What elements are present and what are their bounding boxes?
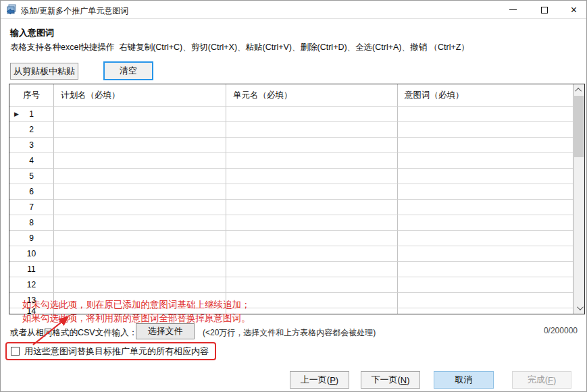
intent-word-cell[interactable] <box>398 169 573 184</box>
row-number-cell[interactable]: 6 <box>9 184 54 200</box>
title-bar: 添加/更新多个推广单元意图词 × <box>1 1 586 19</box>
maximize-button[interactable] <box>529 1 559 19</box>
table-row: 3 <box>9 138 573 153</box>
close-button[interactable]: × <box>559 1 587 19</box>
plan-name-cell[interactable] <box>54 231 226 246</box>
csv-limit-note: (<20万行，选择文件和上方表格内容都会被处理) <box>203 327 376 339</box>
unit-name-cell[interactable] <box>226 308 398 314</box>
unit-name-cell[interactable] <box>226 293 398 308</box>
row-number-cell[interactable]: 5 <box>9 169 54 184</box>
plan-name-cell[interactable] <box>54 200 226 215</box>
intent-word-cell[interactable] <box>398 262 573 277</box>
row-number-cell[interactable]: ▶1 <box>9 107 54 122</box>
table-row: 5 <box>9 169 573 184</box>
row-number-cell[interactable]: 11 <box>9 262 54 277</box>
table-row: 4 <box>9 153 573 169</box>
unit-name-cell[interactable] <box>226 215 398 231</box>
row-number-cell[interactable]: 7 <box>9 200 54 215</box>
unit-name-cell[interactable] <box>226 262 398 277</box>
unit-name-cell[interactable] <box>226 153 398 169</box>
table-row: 2 <box>9 122 573 138</box>
plan-name-cell[interactable] <box>54 138 226 153</box>
cancel-button[interactable]: 取消 <box>434 371 494 389</box>
plan-name-cell[interactable] <box>54 153 226 169</box>
table-row: 9 <box>9 231 573 246</box>
row-number-cell[interactable]: 10 <box>9 246 54 262</box>
paste-from-clipboard-button[interactable]: 从剪贴板中粘贴 <box>10 63 78 80</box>
plan-name-cell[interactable] <box>54 215 226 231</box>
intent-word-cell[interactable] <box>398 246 573 262</box>
unit-name-cell[interactable] <box>226 122 398 138</box>
clear-button[interactable]: 清空 <box>103 61 153 80</box>
plan-name-cell[interactable] <box>54 246 226 262</box>
next-page-button[interactable]: 下一页(N) <box>361 371 420 389</box>
header-plan-name: 计划名（必填） <box>54 84 226 107</box>
header-intent-word: 意图词（必填） <box>398 84 573 107</box>
unit-name-cell[interactable] <box>226 184 398 200</box>
plan-name-cell[interactable] <box>54 277 226 293</box>
table-row: 10 <box>9 246 573 262</box>
unit-name-cell[interactable] <box>226 169 398 184</box>
unit-name-cell[interactable] <box>226 231 398 246</box>
scroll-down-button[interactable] <box>573 302 584 314</box>
plan-name-cell[interactable] <box>54 122 226 138</box>
unit-name-cell[interactable] <box>226 277 398 293</box>
intent-word-cell[interactable] <box>398 215 573 231</box>
window-title: 添加/更新多个推广单元意图词 <box>21 5 128 17</box>
maximize-icon <box>541 7 548 13</box>
table-row: 8 <box>9 215 573 231</box>
plan-name-cell[interactable] <box>54 169 226 184</box>
intent-word-cell[interactable] <box>398 122 573 138</box>
section-title: 输入意图词 <box>10 27 54 39</box>
row-number-cell[interactable]: 4 <box>9 153 54 169</box>
replace-checkbox[interactable] <box>11 347 20 356</box>
app-icon <box>6 4 17 15</box>
table-row: 6 <box>9 184 573 200</box>
intent-word-cell[interactable] <box>398 138 573 153</box>
unit-name-cell[interactable] <box>226 200 398 215</box>
finish-button[interactable]: 完成(F) <box>512 371 571 389</box>
intent-word-cell[interactable] <box>398 200 573 215</box>
shortcut-hint-text: 表格支持各种excel快捷操作 右键复制(Ctrl+C)、剪切(Ctrl+X)、… <box>10 42 469 53</box>
row-counter: 0/200000 <box>544 326 578 335</box>
header-unit-name: 单元名（必填） <box>226 84 398 107</box>
chevron-up-icon <box>575 88 582 94</box>
table-row: 12 <box>9 277 573 293</box>
header-row-number: 序号 <box>9 84 54 107</box>
plan-name-cell[interactable] <box>54 184 226 200</box>
row-number-cell[interactable]: 3 <box>9 138 54 153</box>
intent-word-cell[interactable] <box>398 308 573 314</box>
choose-file-button[interactable]: 选择文件 <box>136 323 195 339</box>
intent-word-cell[interactable] <box>398 231 573 246</box>
intent-word-cell[interactable] <box>398 293 573 308</box>
table-row: ▶1 <box>9 107 573 122</box>
table-header-row: 序号 计划名（必填） 单元名（必填） 意图词（必填） <box>9 84 573 107</box>
plan-name-cell[interactable] <box>54 107 226 122</box>
row-number-cell[interactable]: 8 <box>9 215 54 231</box>
intent-word-cell[interactable] <box>398 153 573 169</box>
unit-name-cell[interactable] <box>226 138 398 153</box>
minimize-button[interactable] <box>498 1 528 19</box>
annotation-arrow <box>26 311 76 349</box>
unit-name-cell[interactable] <box>226 246 398 262</box>
table-row: 11 <box>9 262 573 277</box>
row-number-cell[interactable]: 9 <box>9 231 54 246</box>
annotation-line1: 如未勾选此项，则在原已添加的意图词基础上继续追加； <box>22 298 251 312</box>
vertical-scrollbar[interactable] <box>573 84 584 314</box>
row-number-cell[interactable]: 12 <box>9 277 54 293</box>
scroll-up-button[interactable] <box>573 84 584 96</box>
chevron-down-icon <box>576 304 583 310</box>
unit-name-cell[interactable] <box>226 107 398 122</box>
scrollbar-thumb[interactable] <box>574 96 584 157</box>
plan-name-cell[interactable] <box>54 262 226 277</box>
intent-word-cell[interactable] <box>398 184 573 200</box>
intent-word-cell[interactable] <box>398 277 573 293</box>
intent-word-cell[interactable] <box>398 107 573 122</box>
row-number-cell[interactable]: 2 <box>9 122 54 138</box>
minimize-icon <box>509 9 517 10</box>
intent-words-table: 序号 计划名（必填） 单元名（必填） 意图词（必填） ▶1 2 3 <box>9 84 585 314</box>
previous-page-button[interactable]: 上一页(P) <box>290 371 349 389</box>
table-body: 序号 计划名（必填） 单元名（必填） 意图词（必填） ▶1 2 3 <box>9 84 573 314</box>
dialog-window: 添加/更新多个推广单元意图词 × 输入意图词 表格支持各种excel快捷操作 右… <box>0 0 587 392</box>
table-row: 7 <box>9 200 573 215</box>
